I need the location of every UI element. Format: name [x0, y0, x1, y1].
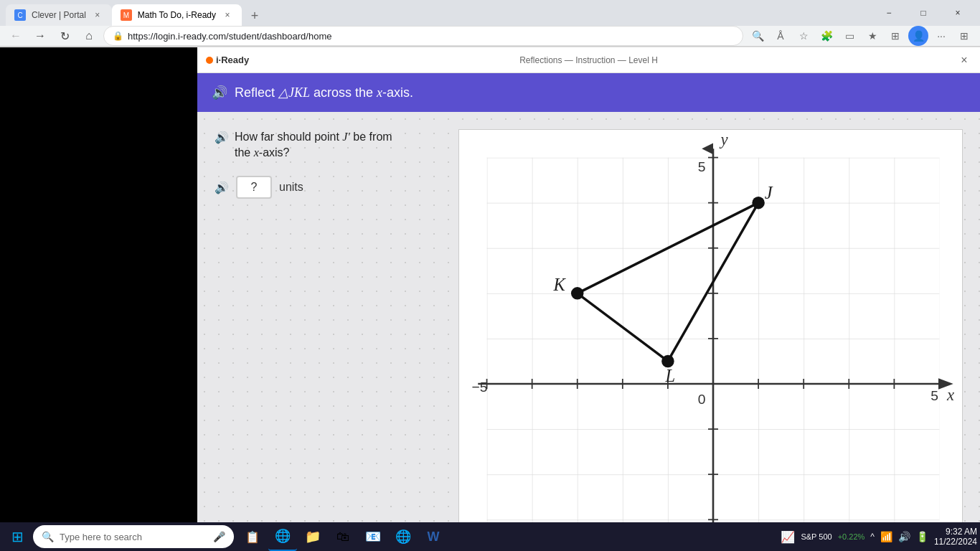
- svg-point-31: [752, 197, 765, 209]
- stock-icon: 📈: [781, 530, 795, 544]
- left-black-panel: [0, 47, 197, 551]
- extensions-icon[interactable]: 🧩: [816, 26, 837, 46]
- search-icon: 🔍: [42, 531, 54, 542]
- speaker-icon-question[interactable]: 🔊: [215, 131, 229, 144]
- taskbar-app-explorer[interactable]: 📁: [298, 522, 327, 551]
- edge-icon: 🌐: [275, 528, 291, 544]
- refresh-button[interactable]: ↻: [55, 26, 75, 46]
- taskbar-app-chrome[interactable]: 🌐: [389, 522, 418, 551]
- taskbar-search-box[interactable]: 🔍 Type here to search 🎤: [33, 525, 234, 548]
- coordinate-graph: x y −5 5 5 −5 0: [459, 130, 962, 551]
- maximize-button[interactable]: □: [907, 1, 940, 24]
- close-iready-tab[interactable]: ×: [222, 9, 233, 21]
- taskbar-app-edge[interactable]: 🌐: [268, 522, 297, 551]
- svg-text:x: x: [946, 386, 954, 404]
- svg-text:J: J: [765, 183, 773, 202]
- start-button[interactable]: ⊞: [3, 522, 32, 551]
- answer-input[interactable]: ?: [236, 176, 272, 199]
- svg-text:0: 0: [698, 392, 706, 407]
- wifi-icon: 📶: [880, 531, 892, 542]
- graph-container: x y −5 5 5 −5 0: [458, 129, 963, 551]
- question-header: 🔊 Reflect △JKL across the x-axis.: [197, 73, 980, 112]
- main-content: i·Ready Reflections — Instruction — Leve…: [0, 47, 980, 551]
- svg-text:5: 5: [698, 159, 706, 174]
- iready-header: i·Ready Reflections — Instruction — Leve…: [197, 47, 980, 73]
- taskbar-right: 📈 S&P 500 +0.22% ^ 📶 🔊 🔋 9:32 AM 11/22/2…: [781, 527, 977, 547]
- home-button[interactable]: ⌂: [79, 26, 99, 46]
- collections-icon[interactable]: ⊞: [885, 26, 905, 46]
- address-bar: ← → ↻ ⌂ 🔒 https://login.i-ready.com/stud…: [0, 26, 980, 47]
- svg-text:K: K: [552, 275, 566, 294]
- question-text: How far should point J′ be fromthe x-axi…: [235, 129, 392, 161]
- browser-window: C Clever | Portal × M Math To Do, i-Read…: [0, 0, 980, 551]
- svg-point-32: [571, 287, 584, 300]
- svg-text:−5: −5: [472, 380, 488, 395]
- explorer-icon: 📁: [305, 529, 321, 545]
- tabs-container: C Clever | Portal × M Math To Do, i-Read…: [6, 0, 870, 26]
- iready-logo: i·Ready: [206, 55, 249, 65]
- volume-icon[interactable]: 🔊: [898, 531, 910, 542]
- url-text: https://login.i-ready.com/student/dashbo…: [128, 31, 331, 42]
- forward-button[interactable]: →: [30, 26, 50, 46]
- clever-tab-title: Clever | Portal: [32, 10, 86, 20]
- store-icon: 🛍: [336, 529, 349, 545]
- taskbar-app-task-view[interactable]: 📋: [238, 522, 267, 551]
- taskbar-app-store[interactable]: 🛍: [329, 522, 357, 551]
- search-mic-icon: 🎤: [213, 531, 225, 542]
- date-display: 11/22/2024: [934, 537, 977, 547]
- task-view-icon: 📋: [245, 530, 260, 544]
- window-controls: − □ ×: [872, 1, 974, 24]
- windows-icon: ⊞: [11, 528, 24, 545]
- question-left-panel: 🔊 How far should point J′ be fromthe x-a…: [215, 129, 444, 551]
- clever-favicon: C: [14, 9, 26, 21]
- units-label: units: [279, 181, 303, 194]
- iready-close-button[interactable]: ×: [957, 53, 971, 67]
- tab-iready[interactable]: M Math To Do, i-Ready ×: [112, 4, 242, 26]
- favorites-icon[interactable]: ★: [862, 26, 882, 46]
- minimize-button[interactable]: −: [872, 1, 905, 24]
- question-body: 🔊 How far should point J′ be fromthe x-a…: [197, 112, 980, 551]
- translate-icon[interactable]: Å: [771, 26, 791, 46]
- iready-logo-dot: [206, 57, 213, 64]
- time-display: 9:32 AM: [934, 527, 977, 537]
- question-header-text: Reflect △JKL across the x-axis.: [235, 85, 413, 100]
- title-bar: C Clever | Portal × M Math To Do, i-Read…: [0, 0, 980, 26]
- taskbar-datetime[interactable]: 9:32 AM 11/22/2024: [934, 527, 977, 547]
- split-view-icon[interactable]: ▭: [839, 26, 859, 46]
- star-icon[interactable]: ☆: [793, 26, 814, 46]
- address-icons: 🔍 Å ☆ 🧩 ▭ ★ ⊞ 👤 ··· ⊞: [748, 26, 974, 46]
- new-tab-button[interactable]: +: [245, 6, 265, 26]
- chrome-icon: 🌐: [395, 529, 411, 545]
- more-icon[interactable]: ···: [931, 26, 951, 46]
- svg-text:5: 5: [930, 388, 938, 403]
- chevron-up-icon[interactable]: ^: [870, 532, 875, 542]
- tab-clever[interactable]: C Clever | Portal ×: [6, 4, 112, 26]
- close-clever-tab[interactable]: ×: [92, 9, 103, 21]
- iready-tab-title: Math To Do, i-Ready: [138, 10, 216, 20]
- taskbar-app-outlook[interactable]: 📧: [359, 522, 387, 551]
- outlook-icon: 📧: [365, 529, 381, 545]
- battery-icon: 🔋: [916, 531, 928, 542]
- iready-panel: i·Ready Reflections — Instruction — Leve…: [197, 47, 980, 551]
- iready-favicon: M: [121, 9, 132, 21]
- iready-subtitle: Reflections — Instruction — Level H: [519, 55, 658, 65]
- back-button[interactable]: ←: [6, 26, 26, 46]
- address-input[interactable]: 🔒 https://login.i-ready.com/student/dash…: [103, 26, 743, 46]
- profile-icon[interactable]: 👤: [908, 26, 928, 46]
- taskbar-app-word[interactable]: W: [419, 522, 448, 551]
- taskbar: ⊞ 🔍 Type here to search 🎤 📋 🌐 📁 🛍 📧: [0, 522, 980, 551]
- stock-label: S&P 500: [801, 532, 831, 541]
- word-icon: W: [428, 529, 440, 545]
- speaker-icon-header[interactable]: 🔊: [212, 85, 227, 100]
- svg-text:L: L: [664, 366, 675, 385]
- answer-row: 🔊 ? units: [215, 176, 444, 199]
- sidebar-icon[interactable]: ⊞: [954, 26, 974, 46]
- search-icon[interactable]: 🔍: [748, 26, 768, 46]
- taskbar-search-text: Type here to search: [60, 532, 142, 542]
- taskbar-apps: 📋 🌐 📁 🛍 📧 🌐 W: [238, 522, 448, 551]
- close-window-button[interactable]: ×: [941, 1, 974, 24]
- svg-text:y: y: [720, 131, 729, 149]
- stock-value: +0.22%: [838, 532, 865, 541]
- question-text-row: 🔊 How far should point J′ be fromthe x-a…: [215, 129, 444, 161]
- speaker-icon-answer[interactable]: 🔊: [215, 181, 229, 194]
